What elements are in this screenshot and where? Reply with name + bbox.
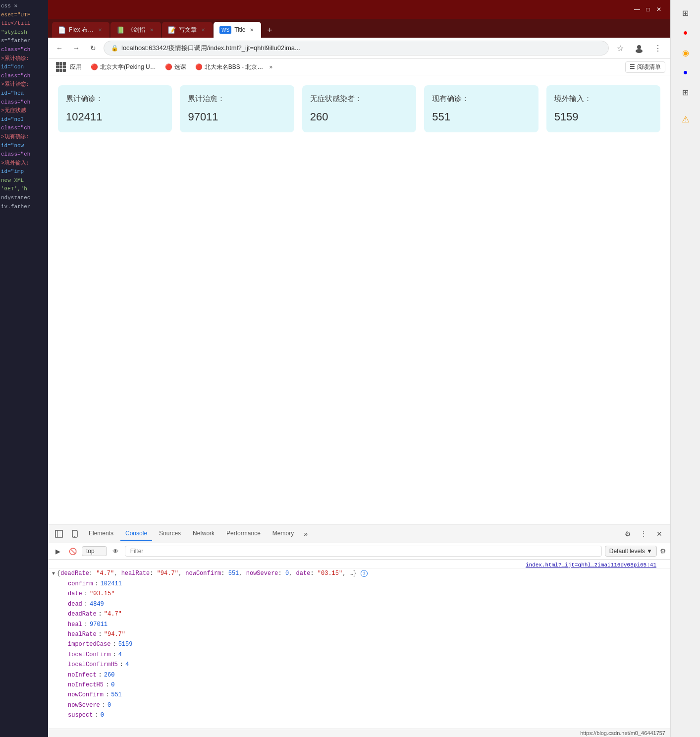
stat-noinfect-label: 无症状感染者： (310, 94, 408, 104)
tab-jz-close[interactable]: ✕ (148, 26, 155, 33)
rp-icon-2[interactable]: ● (678, 25, 694, 41)
bookmark-bbs-icon: 🔴 (195, 63, 203, 70)
devtools-options-button[interactable]: ⋮ (637, 527, 650, 541)
stat-nowconfirm-value: 551 (432, 111, 530, 123)
devtools-device-button[interactable] (68, 527, 82, 541)
tab-jz[interactable]: 📗 《剑指 ✕ (110, 22, 161, 38)
prop-localconfirmh5-name: localConfirmH5 (68, 660, 118, 670)
console-levels-button[interactable]: Default levels ▼ (605, 546, 657, 557)
stat-heal-value: 97011 (188, 111, 286, 123)
bookmark-xueke-icon: 🔴 (165, 63, 172, 70)
prop-noinfecth5-value: 0 (111, 680, 114, 690)
expand-arrow-icon[interactable]: ▼ (52, 571, 55, 576)
prop-localconfirmh5: localConfirmH5 : 4 (60, 660, 666, 670)
prop-healrate-name: healRate (68, 629, 97, 639)
console-eye-button[interactable]: 👁 (110, 545, 122, 557)
devtools-tab-network[interactable]: Network (188, 527, 219, 541)
window-controls: — □ ✕ (634, 6, 662, 13)
tab-title-close[interactable]: ✕ (248, 26, 255, 33)
prop-heal-name: heal (68, 620, 82, 629)
devtools-tab-elements[interactable]: Elements (84, 527, 118, 541)
bookmark-xueke-label: 选课 (174, 63, 186, 71)
prop-deadrate-value: "4.7" (104, 609, 122, 619)
prop-suspect: suspect : 0 (60, 710, 666, 720)
code-line-23: >境外输入: (1, 159, 47, 168)
devtools-close-button[interactable]: ✕ (652, 527, 666, 541)
devtools-tab-sources[interactable]: Sources (154, 527, 186, 541)
console-clear-button[interactable]: 🚫 (67, 545, 79, 557)
back-button[interactable]: ← (53, 42, 66, 55)
code-line-15: >无症状感 (1, 107, 47, 115)
reload-button[interactable]: ↻ (87, 42, 100, 55)
close-button[interactable]: ✕ (655, 6, 662, 13)
window-titlebar: — □ ✕ (48, 0, 670, 19)
code-line-0: css ✕ (1, 2, 47, 11)
tab-title[interactable]: WS Title ✕ (214, 22, 261, 38)
prop-nowsevere-value: 0 (108, 700, 111, 710)
stat-card-nowconfirm: 现有确诊： 551 (424, 85, 538, 132)
tab-flex[interactable]: 📄 Flex 布… ✕ (52, 22, 109, 38)
prop-nowconfirm-name: nowConfirm (68, 690, 104, 700)
reading-list-label: 阅读清单 (637, 63, 661, 71)
console-filter-input[interactable] (125, 546, 602, 557)
tab-title-label: Title (234, 26, 245, 33)
apps-button[interactable]: 应用 (53, 61, 85, 73)
devtools-inspect-button[interactable] (52, 527, 66, 541)
console-obj-summary[interactable]: ▼ {deadRate: "4.7", healRate: "94.7", no… (48, 569, 670, 578)
status-url: https://blog.csdn.net/m0_46441757 (580, 730, 665, 736)
prop-deadrate: deadRate : "4.7" (60, 609, 666, 619)
bookmarks-more[interactable]: » (269, 63, 272, 70)
bookmark-button[interactable]: ☆ (613, 41, 628, 56)
prop-heal-value: 97011 (90, 620, 108, 629)
console-context-select[interactable]: top (82, 546, 107, 556)
stat-card-confirm: 累计确诊： 102411 (58, 85, 172, 132)
url-input[interactable]: 🔒 localhost:63342/疫情接口调用/index.html?_ijt… (104, 41, 609, 56)
prop-confirm-name: confirm (68, 579, 93, 589)
devtools-header: Elements Console Sources Network Perform… (48, 524, 670, 543)
tab-flex-icon: 📄 (58, 26, 66, 34)
rp-icon-1[interactable]: ⊞ (678, 5, 694, 21)
rp-icon-4[interactable]: ● (678, 64, 694, 80)
devtools-settings-button[interactable]: ⚙ (621, 527, 635, 541)
console-run-button[interactable]: ▶ (52, 545, 64, 557)
console-gear-button[interactable]: ⚙ (660, 547, 666, 555)
svg-point-1 (636, 49, 643, 53)
stat-card-noinfect: 无症状感染者： 260 (302, 85, 416, 132)
minimize-button[interactable]: — (634, 6, 641, 13)
tab-write-label: 写文章 (179, 26, 197, 34)
devtools-tab-memory[interactable]: Memory (268, 527, 299, 541)
prop-date-value: "03.15" (90, 589, 114, 599)
rp-icon-3[interactable]: ◉ (678, 45, 694, 60)
tab-jz-label: 《剑指 (127, 26, 145, 34)
maximize-button[interactable]: □ (645, 6, 651, 13)
tab-bar: 📄 Flex 布… ✕ 📗 《剑指 ✕ 📝 写文章 ✕ WS Title ✕ + (48, 19, 670, 38)
bookmark-bbs[interactable]: 🔴 北大未名BBS - 北京… (192, 62, 267, 72)
new-tab-button[interactable]: + (262, 23, 277, 38)
tab-write[interactable]: 📝 写文章 ✕ (162, 22, 213, 38)
reading-list-button[interactable]: ☰ 阅读清单 (625, 61, 665, 73)
bookmark-pku-icon: 🔴 (91, 63, 98, 70)
bookmarks-bar: 应用 🔴 北京大学(Peking U… 🔴 选课 🔴 北大未名BBS - 北京…… (48, 59, 670, 75)
code-line-5: s="father (1, 37, 47, 46)
console-source-link[interactable]: index.html?_ijt=qhhl…2imai116dv08pi65:41 (354, 562, 666, 568)
svg-rect-2 (55, 530, 62, 537)
browser-window: — □ ✕ 📄 Flex 布… ✕ 📗 《剑指 ✕ 📝 写文章 ✕ WS Tit… (48, 0, 670, 737)
browser-menu-button[interactable]: ⋮ (650, 41, 665, 56)
forward-button[interactable]: → (70, 42, 83, 55)
code-line-3: "stylesh (1, 28, 47, 37)
rp-icon-5[interactable]: ⊞ (678, 84, 694, 100)
code-line-11: >累计治愈: (1, 80, 47, 89)
console-output[interactable]: index.html?_ijt=qhhl…2imai116dv08pi65:41… (48, 560, 670, 729)
code-line-14: class="ch (1, 98, 47, 107)
profile-button[interactable] (632, 41, 646, 56)
devtools-tab-console[interactable]: Console (120, 527, 152, 541)
bookmark-xueke[interactable]: 🔴 选课 (162, 62, 189, 72)
devtools-tab-performance[interactable]: Performance (221, 527, 266, 541)
bookmark-pku[interactable]: 🔴 北京大学(Peking U… (88, 62, 159, 72)
browser-content: 累计确诊： 102411 累计治愈： 97011 无症状感染者： 260 现有确… (48, 75, 670, 737)
tab-title-icon: WS (219, 26, 231, 34)
tab-flex-label: Flex 布… (69, 26, 94, 34)
devtools-more-tabs[interactable]: » (301, 528, 311, 540)
tab-write-close[interactable]: ✕ (200, 26, 207, 33)
tab-flex-close[interactable]: ✕ (97, 26, 104, 33)
